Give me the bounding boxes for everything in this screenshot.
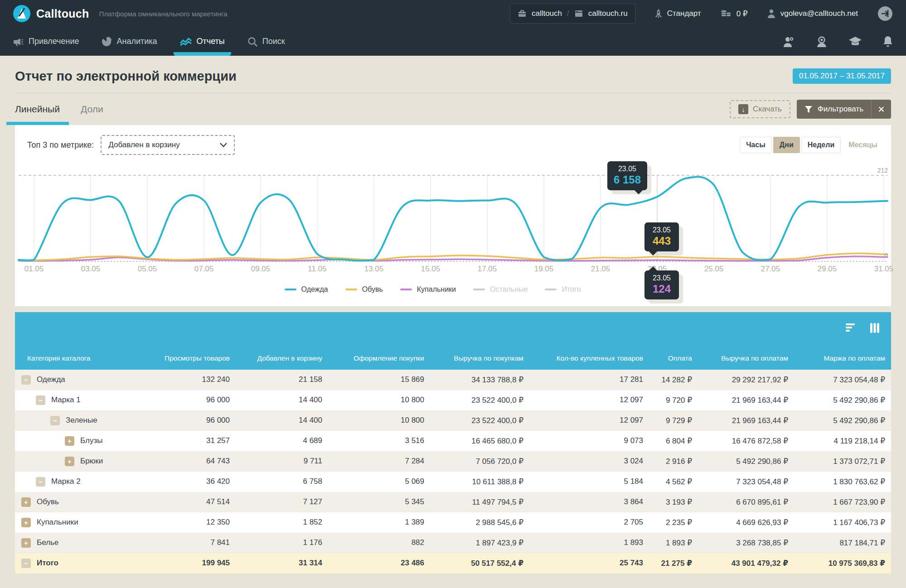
- value-cell: 4 119 218,14 ₽: [794, 436, 891, 446]
- value-cell: 7 056 720,0 ₽: [430, 457, 529, 466]
- balance-value: 0 ₽: [736, 9, 748, 19]
- search-icon: [247, 37, 257, 47]
- column-header[interactable]: Добавлен в корзину: [236, 354, 328, 362]
- site-name: calltouch.ru: [588, 9, 628, 18]
- chart-legend: ОдеждаОбувьКупальникиОстальныеИтого: [0, 276, 871, 303]
- x-tick-label: 19.05: [534, 265, 554, 274]
- value-cell: 1 167 406,73 ₽: [794, 518, 891, 527]
- legend-item[interactable]: Одежда: [285, 285, 328, 294]
- column-header[interactable]: Оплата: [649, 354, 698, 362]
- value-cell: 6 670 895,61 ₽: [698, 497, 794, 507]
- user-icon: [767, 9, 776, 19]
- calltouch-logo-icon: [13, 5, 31, 23]
- legend-label: Одежда: [301, 285, 328, 294]
- account-switcher[interactable]: calltouch / calltouch.ru: [510, 4, 635, 24]
- ecommerce-table: Категория каталогаПросмотры товаровДобав…: [15, 312, 891, 574]
- page-title: Отчет по электронной коммерции: [15, 69, 237, 84]
- column-header[interactable]: Выручка по оплатам: [698, 354, 794, 362]
- legend-dash-icon: [285, 289, 296, 290]
- x-tick-label: 03.05: [81, 265, 101, 274]
- table-row: −Зеленые96 00014 40010 80023 522 400,0 ₽…: [15, 410, 891, 431]
- category-cell: −Итого: [15, 559, 143, 568]
- columns-icon[interactable]: [869, 323, 880, 333]
- legend-item[interactable]: Итого: [545, 285, 581, 294]
- download-button[interactable]: ↓ Скачать: [730, 100, 790, 118]
- value-cell: 15 869: [328, 375, 430, 384]
- column-header[interactable]: Просмотры товаров: [143, 354, 236, 362]
- nav-item-analytics[interactable]: Аналитика: [102, 27, 157, 56]
- collapse-icon[interactable]: −: [36, 477, 45, 487]
- collapse-icon[interactable]: −: [21, 375, 31, 385]
- granularity-days[interactable]: Дни: [773, 137, 800, 153]
- chart-svg: [15, 160, 891, 276]
- legend-label: Остальные: [490, 285, 528, 294]
- line-chart[interactable]: 01.0503.0505.0507.0509.0511.0513.0515.05…: [15, 160, 891, 276]
- value-cell: 21 158: [236, 375, 328, 384]
- nav-item-search[interactable]: Поиск: [247, 27, 285, 56]
- granularity-weeks[interactable]: Недели: [801, 137, 841, 153]
- account-name: calltouch: [532, 9, 562, 18]
- category-cell: +Обувь: [15, 497, 143, 507]
- column-header[interactable]: Оформление покупки: [328, 354, 430, 362]
- granularity-hours[interactable]: Часы: [740, 137, 772, 153]
- value-cell: 1 176: [236, 538, 328, 547]
- tab-shares[interactable]: Доли: [81, 93, 103, 125]
- filter-rows-icon[interactable]: [845, 323, 857, 333]
- notifications-bell-icon[interactable]: [882, 35, 893, 48]
- legend-item[interactable]: Остальные: [473, 285, 528, 294]
- balance-indicator[interactable]: 0 ₽: [720, 9, 748, 19]
- value-cell: 9 729 ₽: [649, 416, 698, 425]
- legend-label: Купальники: [417, 285, 456, 294]
- expand-icon[interactable]: +: [21, 538, 31, 548]
- value-cell: 12 097: [529, 395, 649, 405]
- legend-dash-icon: [473, 289, 485, 290]
- value-cell: 1 373 072,71 ₽: [794, 457, 891, 466]
- x-tick-label: 25.05: [704, 265, 724, 274]
- brand-tagline: Платформа омниканального маркетинга: [99, 10, 228, 18]
- column-header[interactable]: Кол-во купленных товаров: [529, 354, 649, 362]
- logout-icon[interactable]: [877, 5, 893, 22]
- value-cell: 1 389: [328, 518, 430, 527]
- category-cell: −Одежда: [15, 375, 143, 385]
- user-menu[interactable]: vgoleva@calltouch.net: [767, 9, 858, 19]
- value-cell: 96 000: [143, 395, 236, 405]
- metric-dropdown[interactable]: Добавлен в корзину: [101, 135, 235, 155]
- date-range-badge[interactable]: 01.05.2017 – 31.05.2017: [793, 68, 891, 84]
- value-cell: 7 127: [236, 497, 328, 506]
- expand-icon[interactable]: +: [21, 497, 31, 507]
- expand-icon[interactable]: +: [65, 457, 74, 466]
- calltouch-logo[interactable]: Calltouch: [13, 5, 89, 23]
- education-icon[interactable]: [848, 36, 862, 48]
- nav-item-reports[interactable]: Отчеты: [180, 27, 225, 56]
- legend-item[interactable]: Купальники: [400, 285, 456, 294]
- granularity-months[interactable]: Месяцы: [842, 137, 884, 153]
- collapse-icon[interactable]: −: [21, 559, 31, 568]
- support-icon[interactable]: [815, 35, 828, 48]
- value-cell: 9 073: [529, 436, 649, 445]
- tab-linear[interactable]: Линейный: [15, 93, 60, 125]
- collapse-icon[interactable]: −: [50, 416, 60, 425]
- plan-indicator[interactable]: Стандарт: [654, 9, 701, 19]
- value-cell: 64 743: [143, 457, 236, 466]
- column-header[interactable]: Маржа по оплатам: [794, 354, 891, 362]
- collapse-icon[interactable]: −: [36, 395, 45, 405]
- column-header[interactable]: Выручка по покупкам: [430, 354, 529, 362]
- value-cell: 31 314: [236, 559, 328, 568]
- x-tick-label: 01.05: [24, 265, 44, 274]
- value-cell: 10 800: [328, 416, 430, 425]
- tooltip-obuv: 23.05 443: [644, 222, 679, 251]
- user-settings-icon[interactable]: [782, 35, 795, 48]
- filter-button[interactable]: Фильтровать: [797, 100, 871, 119]
- clear-filter-button[interactable]: ✕: [871, 100, 891, 119]
- x-tick-label: 11.05: [308, 265, 326, 274]
- expand-icon[interactable]: +: [21, 518, 31, 527]
- expand-icon[interactable]: +: [65, 436, 74, 446]
- legend-item[interactable]: Обувь: [345, 285, 383, 294]
- table-row: −Марка 236 4206 7585 06910 611 388,8 ₽5 …: [15, 472, 891, 492]
- nav-item-attraction[interactable]: Привлечение: [13, 27, 79, 56]
- category-label: Обувь: [37, 497, 59, 506]
- granularity-switcher: Часы Дни Недели Месяцы: [740, 137, 884, 153]
- column-header[interactable]: Категория каталога: [15, 354, 143, 362]
- nav-item-label: Аналитика: [116, 37, 157, 46]
- value-cell: 1 830 763,62 ₽: [794, 477, 891, 487]
